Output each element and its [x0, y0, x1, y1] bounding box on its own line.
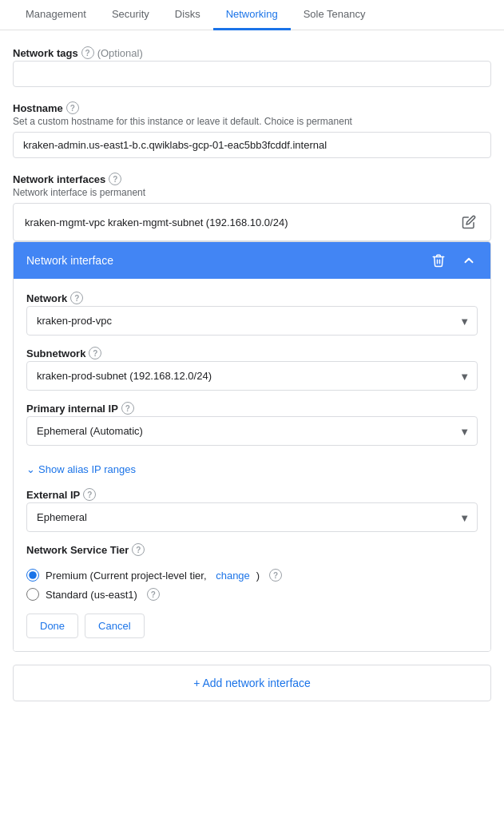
- network-interfaces-description: Network interface is permanent: [13, 187, 491, 198]
- ni-panel-header: Network interface: [14, 242, 490, 279]
- tab-sole-tenancy[interactable]: Sole Tenancy: [291, 0, 379, 30]
- tab-disks[interactable]: Disks: [162, 0, 213, 30]
- network-tags-input[interactable]: [13, 61, 491, 87]
- nst-standard-label: Standard (us-east1): [46, 589, 137, 601]
- chevron-up-icon: [462, 253, 476, 268]
- primary-internal-ip-label: Primary internal IP ?: [26, 402, 134, 415]
- ni-panel-body: Network ? kraken-prod-vpc ▼ Subnetwork ?: [14, 279, 490, 651]
- tab-networking[interactable]: Networking: [213, 0, 291, 30]
- nst-radio-group: Premium (Current project-level tier, cha…: [26, 569, 478, 601]
- subnetwork-field: Subnetwork ? kraken-prod-subnet (192.168…: [26, 347, 478, 391]
- external-ip-label: External IP ?: [26, 488, 96, 501]
- network-field-label: Network ?: [26, 292, 83, 304]
- hostname-section: Hostname ? Set a custom hostname for thi…: [13, 101, 491, 158]
- show-alias-ip-link[interactable]: ⌄ Show alias IP ranges: [26, 463, 136, 475]
- tab-security[interactable]: Security: [99, 0, 162, 30]
- primary-internal-ip-select[interactable]: Ephemeral (Automatic): [26, 416, 478, 446]
- subnetwork-select-wrapper: kraken-prod-subnet (192.168.12.0/24) ▼: [26, 361, 478, 391]
- nst-premium-help-icon[interactable]: ?: [269, 569, 282, 582]
- pencil-icon: [462, 215, 476, 229]
- network-select[interactable]: kraken-prod-vpc: [26, 306, 478, 336]
- edit-ni-button[interactable]: [458, 212, 479, 232]
- existing-ni-text: kraken-mgmt-vpc kraken-mgmt-subnet (192.…: [25, 216, 458, 228]
- collapse-ni-button[interactable]: [460, 252, 478, 269]
- nst-standard-option[interactable]: Standard (us-east1) ?: [26, 588, 478, 601]
- tab-management[interactable]: Management: [13, 0, 99, 30]
- network-field: Network ? kraken-prod-vpc ▼: [26, 292, 478, 336]
- external-ip-select[interactable]: Ephemeral: [26, 502, 478, 532]
- subnetwork-select[interactable]: kraken-prod-subnet (192.168.12.0/24): [26, 361, 478, 391]
- subnetwork-field-label: Subnetwork ?: [26, 347, 101, 359]
- external-ip-select-wrapper: Ephemeral ▼: [26, 502, 478, 532]
- add-network-interface-button[interactable]: + Add network interface: [13, 665, 491, 701]
- network-tags-label: Network tags ? (Optional): [13, 46, 143, 59]
- ni-panel: Network interface: [13, 241, 491, 652]
- main-content: Network tags ? (Optional) Hostname ? Set…: [0, 30, 504, 714]
- network-select-wrapper: kraken-prod-vpc ▼: [26, 306, 478, 336]
- done-button[interactable]: Done: [26, 614, 78, 638]
- network-interfaces-label: Network interfaces ?: [13, 173, 121, 185]
- nst-premium-radio[interactable]: [26, 569, 39, 582]
- network-tags-section: Network tags ? (Optional): [13, 46, 491, 87]
- primary-internal-ip-help-icon[interactable]: ?: [121, 402, 134, 415]
- nst-premium-label-after: ): [256, 570, 260, 582]
- tab-bar: Management Security Disks Networking Sol…: [0, 0, 504, 30]
- ni-panel-actions: [430, 252, 478, 269]
- nst-change-link[interactable]: change: [216, 570, 250, 582]
- external-ip-help-icon[interactable]: ?: [83, 488, 96, 501]
- external-ip-field: External IP ? Ephemeral ▼: [26, 488, 478, 532]
- existing-ni-row: kraken-mgmt-vpc kraken-mgmt-subnet (192.…: [13, 203, 491, 241]
- nst-premium-label-before: Premium (Current project-level tier,: [46, 570, 209, 582]
- cancel-button[interactable]: Cancel: [85, 614, 144, 638]
- network-interfaces-section: Network interfaces ? Network interface i…: [13, 173, 491, 652]
- existing-ni-vpc: kraken-mgmt-vpc: [25, 216, 105, 228]
- hostname-label: Hostname ?: [13, 101, 79, 114]
- primary-internal-ip-field: Primary internal IP ? Ephemeral (Automat…: [26, 402, 478, 446]
- ni-panel-buttons: Done Cancel: [26, 614, 478, 638]
- nst-standard-radio[interactable]: [26, 588, 39, 601]
- nst-standard-help-icon[interactable]: ?: [147, 588, 160, 601]
- subnetwork-help-icon[interactable]: ?: [89, 347, 101, 359]
- primary-internal-ip-select-wrapper: Ephemeral (Automatic) ▼: [26, 416, 478, 446]
- network-help-icon[interactable]: ?: [70, 292, 83, 304]
- nst-help-icon[interactable]: ?: [132, 543, 145, 556]
- network-service-tier-section: Network Service Tier ? Premium (Current …: [26, 543, 478, 601]
- network-interfaces-help-icon[interactable]: ?: [109, 173, 121, 185]
- hostname-help-icon[interactable]: ?: [66, 101, 79, 114]
- nst-premium-option[interactable]: Premium (Current project-level tier, cha…: [26, 569, 478, 582]
- ni-panel-title: Network interface: [26, 254, 430, 267]
- nst-label: Network Service Tier ?: [26, 543, 145, 556]
- delete-ni-button[interactable]: [430, 252, 447, 269]
- hostname-input[interactable]: [13, 132, 491, 158]
- network-tags-help-icon[interactable]: ?: [81, 46, 94, 59]
- trash-icon: [431, 253, 446, 268]
- hostname-description: Set a custom hostname for this instance …: [13, 116, 491, 127]
